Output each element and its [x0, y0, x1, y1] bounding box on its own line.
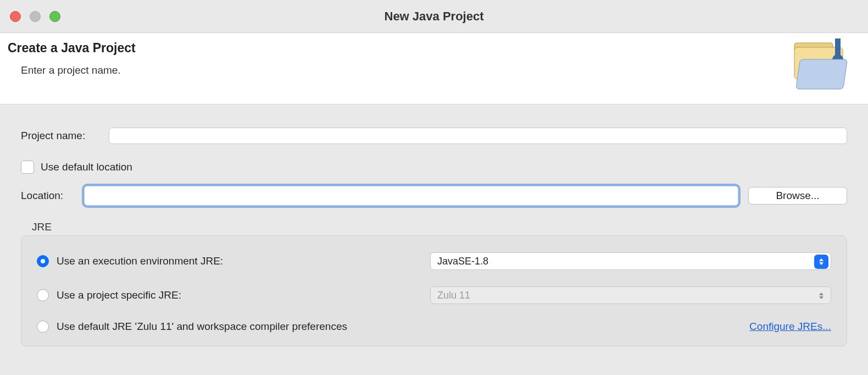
select-arrow-icon	[814, 289, 828, 303]
project-name-input[interactable]	[109, 128, 847, 144]
titlebar: New Java Project	[0, 0, 868, 33]
jre-specific-select: Zulu 11	[430, 286, 831, 304]
svg-rect-2	[796, 59, 848, 89]
use-default-location-checkbox[interactable]	[21, 161, 34, 174]
window-controls	[10, 11, 60, 22]
location-input[interactable]	[84, 186, 738, 206]
jre-execution-env-select[interactable]: JavaSE-1.8	[430, 252, 831, 270]
jre-radio-default[interactable]	[37, 321, 49, 333]
jre-option-execution-env-label: Use an execution environment JRE:	[57, 255, 430, 267]
jre-group-label: JRE	[32, 221, 847, 233]
page-title: Create a Java Project	[8, 41, 860, 56]
dialog-header: Create a Java Project Enter a project na…	[0, 33, 868, 104]
location-label: Location:	[21, 190, 84, 202]
select-arrow-icon	[814, 255, 828, 269]
jre-radio-execution-env[interactable]	[37, 255, 49, 267]
jre-group: Use an execution environment JRE: JavaSE…	[21, 235, 847, 346]
java-project-folder-icon	[792, 37, 853, 95]
jre-option-specific-label: Use a project specific JRE:	[57, 289, 430, 301]
configure-jres-link[interactable]: Configure JREs...	[749, 321, 831, 333]
jre-option-default-label: Use default JRE 'Zulu 11' and workspace …	[57, 321, 347, 333]
page-subtitle: Enter a project name.	[21, 64, 860, 76]
jre-execution-env-value: JavaSE-1.8	[437, 256, 488, 267]
minimize-icon[interactable]	[30, 11, 41, 22]
close-icon[interactable]	[10, 11, 21, 22]
jre-specific-value: Zulu 11	[437, 290, 470, 301]
window-title: New Java Project	[385, 9, 484, 24]
project-name-label: Project name:	[21, 130, 109, 142]
dialog-body: Project name: Use default location Locat…	[0, 104, 868, 346]
use-default-location-label: Use default location	[41, 161, 132, 173]
maximize-icon[interactable]	[49, 11, 60, 22]
jre-radio-specific[interactable]	[37, 289, 49, 301]
browse-button[interactable]: Browse...	[748, 187, 847, 205]
